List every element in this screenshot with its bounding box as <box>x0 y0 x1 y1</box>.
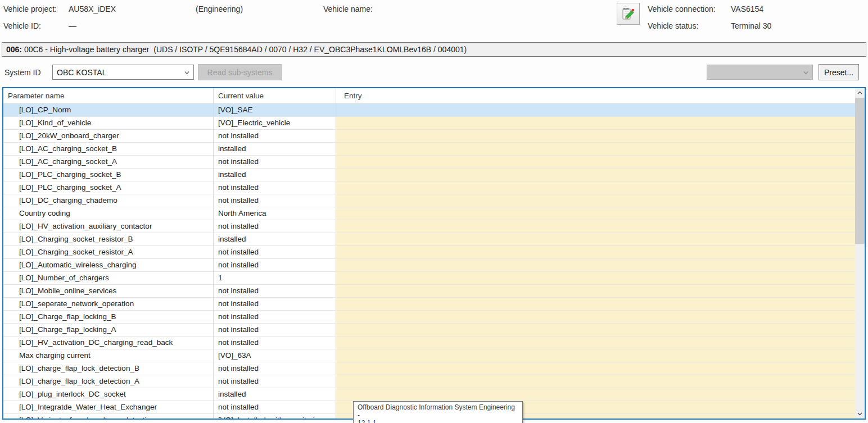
table-row[interactable]: [LO]_Mobile_online_servicesnot installed <box>3 285 855 298</box>
current-value-cell: 1 <box>214 272 336 284</box>
entry-cell[interactable] <box>336 169 855 181</box>
param-name-cell: [LO]_HV_activation_auxiliary_contactor <box>3 220 214 233</box>
entry-cell[interactable] <box>336 375 855 388</box>
chevron-down-icon <box>183 69 191 76</box>
preset-button[interactable]: Preset... <box>819 64 859 80</box>
vehicle-status-label: Vehicle status: <box>648 21 698 30</box>
current-value-cell: not installed <box>214 220 336 233</box>
entry-cell[interactable] <box>336 130 855 142</box>
entry-cell[interactable] <box>336 207 855 220</box>
param-table-header: Parameter name Current value Entry <box>3 88 855 104</box>
param-name-cell: [LO]_Variant_of_undervoltage_detection <box>3 414 214 419</box>
current-value-cell: [VO]_63A <box>214 349 336 362</box>
entry-cell[interactable] <box>336 388 855 401</box>
table-row[interactable]: [LO]_CP_Norm[VO]_SAE <box>3 104 855 117</box>
param-name-cell: [LO]_Charging_socket_resistor_B <box>3 233 214 245</box>
current-value-cell: not installed <box>214 401 336 413</box>
entry-cell[interactable] <box>336 324 855 336</box>
table-row[interactable]: [LO]_20kW_onboard_chargernot installed <box>3 130 855 143</box>
entry-cell[interactable] <box>336 298 855 310</box>
current-value-cell: not installed <box>214 246 336 258</box>
current-value-cell: not installed <box>214 285 336 297</box>
param-name-cell: [LO]_Charging_socket_resistor_A <box>3 246 214 258</box>
table-row[interactable]: [LO]_Number_of_chargers1 <box>3 272 855 285</box>
tooltip-line1: Offboard Diagnostic Information System E… <box>358 403 518 419</box>
entry-cell[interactable] <box>336 181 855 194</box>
table-row[interactable]: [LO]_PLC_charging_socket_Anot installed <box>3 181 855 194</box>
table-row[interactable]: [LO]_plug_interlock_DC_socketinstalled <box>3 388 855 401</box>
param-name-cell: [LO]_DC_charging_chademo <box>3 194 214 207</box>
param-name-cell: [LO]_AC_charging_socket_B <box>3 143 214 155</box>
vehicle-connection-value: VAS6154 <box>731 4 763 13</box>
table-row[interactable]: [LO]_Automatic_wireless_chargingnot inst… <box>3 259 855 272</box>
table-row[interactable]: [LO]_Charge_flap_locking_Bnot installed <box>3 311 855 324</box>
scrollbar-thumb[interactable] <box>855 98 865 244</box>
column-header-current-value[interactable]: Current value <box>214 88 336 103</box>
current-value-cell: not installed <box>214 362 336 375</box>
scroll-up-button[interactable] <box>855 88 865 98</box>
current-value-cell: not installed <box>214 181 336 194</box>
system-id-label: System ID <box>4 68 41 77</box>
param-name-cell: [LO]_Charge_flap_locking_A <box>3 324 214 336</box>
param-name-cell: [LO]_PLC_charging_socket_B <box>3 169 214 181</box>
table-row[interactable]: [LO]_HV_activation_DC_charging_read_back… <box>3 336 855 349</box>
entry-cell[interactable] <box>336 143 855 155</box>
preset-button-label: Preset... <box>824 68 853 77</box>
read-subsystems-button[interactable]: Read sub-systems <box>198 64 282 80</box>
entry-cell[interactable] <box>336 220 855 233</box>
current-value-cell: not installed <box>214 156 336 168</box>
table-row[interactable]: [LO]_charge_flap_lock_detection_Anot ins… <box>3 375 855 388</box>
vehicle-id-value: — <box>69 21 76 30</box>
current-value-cell: installed <box>214 233 336 245</box>
table-row[interactable]: [LO]_AC_charging_socket_Binstalled <box>3 143 855 156</box>
table-row[interactable]: [LO]_charge_flap_lock_detection_Bnot ins… <box>3 362 855 375</box>
param-name-cell: [LO]_Mobile_online_services <box>3 285 214 297</box>
param-name-cell: Max charging current <box>3 349 214 362</box>
entry-cell[interactable] <box>336 194 855 207</box>
system-id-selected-value: OBC KOSTAL <box>57 68 106 77</box>
param-name-cell: [LO]_AC_charging_socket_A <box>3 156 214 168</box>
current-value-cell: [VO]_Electric_vehicle <box>214 117 336 129</box>
table-row[interactable]: Country codingNorth America <box>3 207 855 220</box>
entry-cell[interactable] <box>336 311 855 323</box>
param-name-cell: [LO]_seperate_network_operation <box>3 298 214 310</box>
table-row[interactable]: [LO]_seperate_network_operationnot insta… <box>3 298 855 311</box>
table-row[interactable]: [LO]_HV_activation_auxiliary_contactorno… <box>3 220 855 233</box>
entry-cell[interactable] <box>336 272 855 284</box>
vehicle-info-header: Vehicle project: AU58X_iDEX (Engineering… <box>0 0 868 39</box>
entry-cell[interactable] <box>336 104 855 116</box>
column-header-parameter-name[interactable]: Parameter name <box>3 88 214 103</box>
scroll-down-button[interactable] <box>855 409 865 419</box>
ecu-number: 006: <box>6 45 22 54</box>
table-row[interactable]: [LO]_DC_charging_chademonot installed <box>3 194 855 207</box>
entry-cell[interactable] <box>336 336 855 349</box>
entry-cell[interactable] <box>336 285 855 297</box>
entry-cell[interactable] <box>336 349 855 362</box>
table-row[interactable]: [LO]_Charging_socket_resistor_Anot insta… <box>3 246 855 259</box>
table-row[interactable]: [LO]_Charge_flap_locking_Anot installed <box>3 324 855 336</box>
entry-cell[interactable] <box>336 362 855 375</box>
current-value-cell: not installed <box>214 311 336 323</box>
entry-cell[interactable] <box>336 156 855 168</box>
current-value-cell: installed <box>214 169 336 181</box>
vehicle-project-label: Vehicle project: <box>3 4 57 13</box>
vertical-scrollbar[interactable] <box>855 88 865 419</box>
table-row[interactable]: [LO]_Kind_of_vehicle[VO]_Electric_vehicl… <box>3 117 855 130</box>
param-name-cell: [LO]_Charge_flap_locking_B <box>3 311 214 323</box>
entry-cell[interactable] <box>336 117 855 129</box>
param-name-cell: [LO]_20kW_onboard_charger <box>3 130 214 142</box>
log-button[interactable] <box>617 3 640 25</box>
table-row[interactable]: [LO]_PLC_charging_socket_Binstalled <box>3 169 855 181</box>
column-header-entry[interactable]: Entry <box>336 88 855 103</box>
system-id-select[interactable]: OBC KOSTAL <box>52 65 194 80</box>
param-table: Parameter name Current value Entry [LO]_… <box>2 87 866 420</box>
table-row[interactable]: [LO]_AC_charging_socket_Anot installed <box>3 156 855 169</box>
param-name-cell: [LO]_HV_activation_DC_charging_read_back <box>3 336 214 349</box>
entry-cell[interactable] <box>336 259 855 271</box>
entry-cell[interactable] <box>336 233 855 245</box>
preset-select[interactable] <box>707 65 813 80</box>
table-row[interactable]: Max charging current[VO]_63A <box>3 349 855 362</box>
table-row[interactable]: [LO]_Charging_socket_resistor_Binstalled <box>3 233 855 246</box>
entry-cell[interactable] <box>336 246 855 258</box>
param-name-cell: [LO]_Integratde_Water_Heat_Exchanger <box>3 401 214 413</box>
